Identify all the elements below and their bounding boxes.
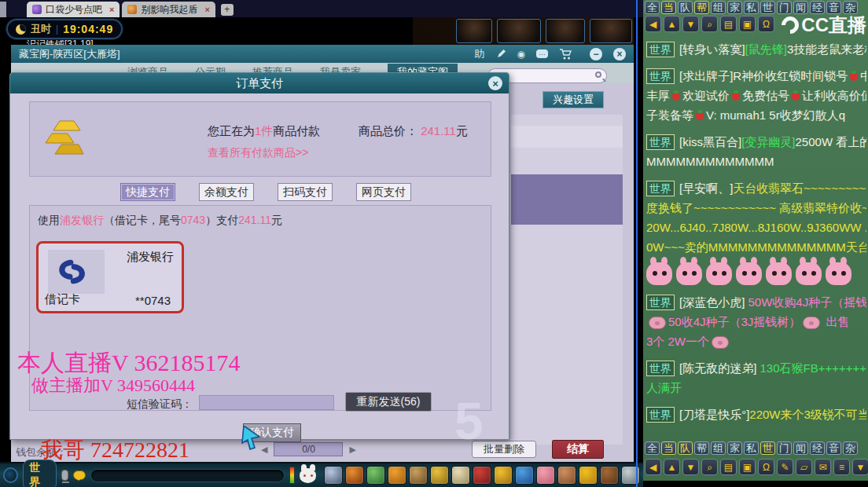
chat-tab-家[interactable]: 家 [727, 441, 742, 455]
chat-tab-私[interactable]: 私 [744, 1, 759, 14]
browser-tab-strip: 口袋少号点吧 × 别影响我起盾 × + [0, 0, 643, 17]
friend-book-icon[interactable] [600, 466, 619, 485]
tile-icon[interactable]: ▣ [739, 16, 756, 32]
chat-text: 免费估号 [742, 89, 789, 102]
chat-tab-家[interactable]: 家 [727, 1, 742, 14]
doll-icon[interactable] [409, 466, 428, 485]
scroll-icon[interactable] [451, 466, 470, 485]
collapse-icon[interactable]: ▼ [852, 459, 868, 475]
pet-face-icon[interactable] [300, 468, 316, 483]
chat-input[interactable] [90, 469, 285, 482]
view-all-link[interactable]: 查看所有付款商品>> [208, 146, 308, 160]
dialog-close-button[interactable]: × [488, 76, 502, 90]
bell-icon[interactable] [494, 466, 513, 485]
chat-tab-组[interactable]: 组 [711, 441, 726, 455]
paying-line: 您正在为1件商品付款 [208, 124, 320, 139]
party-avatar-frame[interactable] [590, 19, 632, 43]
chat-tab-当[interactable]: 当 [661, 1, 676, 14]
red-pouch-icon[interactable] [473, 466, 491, 485]
sms-code-input[interactable] [199, 395, 334, 410]
up-icon[interactable]: ▲ [664, 459, 680, 475]
search-icon[interactable]: ⌕ [701, 459, 718, 475]
back-icon[interactable]: ◀ [645, 16, 661, 32]
tab2-favicon [127, 5, 137, 14]
pagination: ◀ 0/0 ▶ [261, 442, 356, 456]
tab1-close-icon[interactable]: × [109, 5, 114, 14]
bank-logo [48, 250, 105, 294]
browser-tab-2[interactable]: 别影响我起盾 × [122, 2, 215, 17]
chat-message-line: 世界[早安啊、]天台收翡翠石~~~~~~~~~~ [646, 178, 866, 198]
help-button[interactable]: 助 [475, 47, 485, 61]
chat-tab-音[interactable]: 音 [826, 441, 841, 455]
window-close-button[interactable]: × [613, 48, 626, 60]
edit-icon[interactable] [496, 49, 506, 59]
interest-settings-button[interactable]: 兴趣设置 [542, 91, 604, 108]
chat-tab-队[interactable]: 队 [678, 441, 693, 455]
chat-tab-队[interactable]: 队 [678, 1, 693, 14]
chat-tab-杂[interactable]: 杂 [843, 441, 858, 455]
page-icon[interactable]: ▤ [720, 459, 737, 475]
resend-button[interactable]: 重新发送(56) [345, 392, 432, 412]
chat-tab-世[interactable]: 世 [760, 1, 775, 14]
mic-icon[interactable] [61, 470, 68, 481]
chat-tab-当[interactable]: 当 [661, 441, 676, 455]
party-avatar-frame[interactable] [546, 19, 585, 43]
back-icon[interactable]: ◀ [645, 459, 661, 475]
lock-icon[interactable]: Ω [758, 16, 774, 32]
chat-tab-世[interactable]: 世 [760, 441, 775, 455]
chat-bubble-icon[interactable]: … [536, 49, 548, 58]
browser-tab-1[interactable]: 口袋少号点吧 × [27, 2, 120, 17]
pay-line-segment: 元 [271, 214, 282, 226]
party-avatar-frame[interactable] [497, 19, 541, 43]
page-icon[interactable]: ▤ [720, 16, 737, 32]
sword-icon[interactable] [324, 466, 343, 485]
down-icon[interactable]: ▼ [682, 459, 699, 475]
next-page-icon[interactable]: ▶ [349, 445, 355, 455]
tile-icon[interactable]: ▣ [739, 459, 756, 475]
chat-tab-经[interactable]: 经 [810, 441, 825, 455]
chat-channel-tabs-bottom: 全当队帮组家私世门闻经音杂 [645, 441, 858, 455]
settle-button[interactable]: 结算 [552, 440, 604, 459]
gem-hands-icon[interactable] [366, 466, 385, 485]
search-icon[interactable]: ⌕ [701, 16, 718, 32]
cart-icon[interactable] [559, 49, 572, 60]
pay-tab-3[interactable]: 扫码支付 [278, 183, 333, 201]
chat-tab-全[interactable]: 全 [645, 1, 660, 14]
pay-tab-1[interactable]: 快捷支付 [120, 183, 175, 201]
party-avatar-frame[interactable] [456, 19, 492, 43]
peach-icon[interactable] [536, 466, 555, 485]
treasure-chest-icon[interactable] [345, 466, 364, 485]
folder-icon[interactable]: ▱ [796, 459, 812, 475]
new-tab-button[interactable]: + [221, 4, 234, 16]
tab2-close-icon[interactable]: × [204, 5, 209, 14]
emote-bubble-icon[interactable] [73, 471, 86, 480]
list-icon[interactable]: ≡ [833, 459, 850, 475]
chat-tab-帮[interactable]: 帮 [694, 441, 709, 455]
smiley-icon[interactable] [579, 466, 598, 485]
pay-tab-4[interactable]: 网页支付 [356, 183, 411, 201]
orange-medal-icon[interactable] [388, 466, 406, 485]
pay-tab-2[interactable]: 余额支付 [199, 183, 254, 201]
chat-text: [转身い落寞] [679, 42, 745, 56]
panel-divider [636, 0, 638, 487]
down-icon[interactable]: ▼ [682, 16, 699, 32]
chat-tab-门[interactable]: 门 [777, 441, 792, 455]
chat-tab-私[interactable]: 私 [744, 441, 759, 455]
chat-tab-帮[interactable]: 帮 [694, 1, 709, 14]
record-icon[interactable]: ◉ [517, 49, 525, 60]
cc-logo-swirl-icon [778, 13, 803, 37]
bunny-emote-icon [706, 262, 732, 285]
mail-icon[interactable]: ✉ [815, 459, 831, 475]
chat-tab-闻[interactable]: 闻 [793, 441, 808, 455]
bank-card[interactable]: 浦发银行 借记卡 **0743 [36, 241, 184, 313]
chat-tab-全[interactable]: 全 [645, 441, 660, 455]
handshake-icon[interactable] [557, 466, 576, 485]
pay-line-segment: （借记卡，尾号 [104, 214, 181, 226]
chat-tab-组[interactable]: 组 [711, 1, 726, 14]
lock-icon[interactable]: Ω [758, 459, 774, 475]
flag-icon[interactable] [515, 466, 534, 485]
tiger-token-icon[interactable] [430, 466, 449, 485]
edit-icon[interactable]: ✎ [777, 459, 793, 475]
minimize-button[interactable]: − [590, 48, 602, 60]
up-icon[interactable]: ▲ [664, 16, 680, 32]
